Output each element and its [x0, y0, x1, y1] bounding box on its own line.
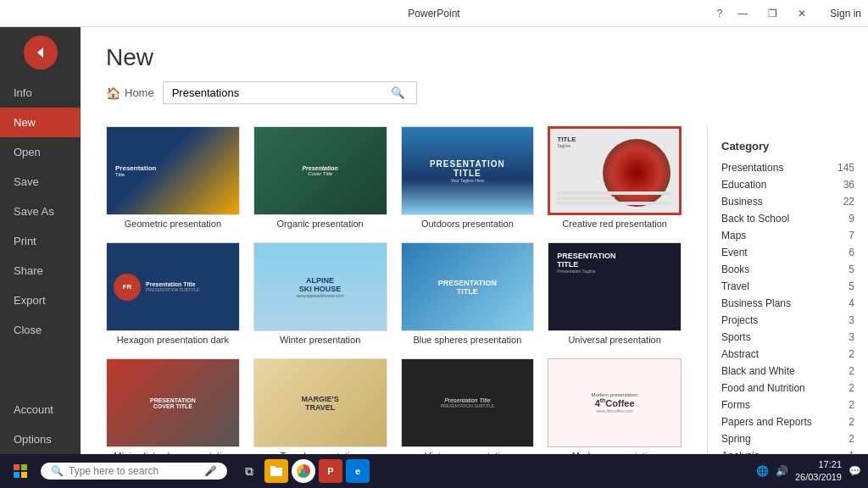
- sidebar-item-options[interactable]: Options: [0, 424, 81, 454]
- template-thumb-blue-spheres: PRESENTATION TITLE: [401, 242, 535, 331]
- sidebar-item-print[interactable]: Print: [0, 226, 81, 256]
- category-back-to-school[interactable]: Back to School 9: [708, 210, 868, 227]
- category-black-white[interactable]: Black and White 2: [708, 363, 868, 380]
- category-papers[interactable]: Papers and Reports 2: [708, 413, 868, 430]
- category-label: Business: [721, 196, 763, 208]
- category-presentations[interactable]: Presentations 145: [708, 159, 868, 176]
- template-travel[interactable]: MARGIE'S TRAVEL Travel presentation: [253, 358, 387, 454]
- category-event[interactable]: Event 6: [708, 244, 868, 261]
- clock: 17:21: [795, 458, 842, 471]
- template-hexagon[interactable]: FR Presentation Title PRESENTATION SUBTI…: [106, 242, 240, 345]
- category-abstract[interactable]: Abstract 2: [708, 346, 868, 363]
- search-input[interactable]: [164, 82, 384, 103]
- taskbar: 🔍 🎤 ⧉ P e 🌐 🔊 17:21 26/03/2019 💬: [0, 454, 868, 488]
- category-count: 2: [849, 382, 854, 394]
- taskbar-search[interactable]: 🔍 🎤: [41, 463, 227, 480]
- category-label: Sports: [721, 331, 751, 343]
- sidebar-item-share[interactable]: Share: [0, 256, 81, 286]
- file-explorer-button[interactable]: [264, 459, 288, 483]
- category-count: 2: [849, 365, 854, 377]
- content-area: New 🏠 Home 🔍: [81, 27, 868, 454]
- template-thumb-hexagon: FR Presentation Title PRESENTATION SUBTI…: [106, 242, 240, 331]
- category-label: Spring: [721, 433, 751, 445]
- category-business[interactable]: Business 22: [708, 193, 868, 210]
- template-minimalist[interactable]: PRESENTATION COVER TITLE Minimalist colo…: [106, 358, 240, 454]
- close-button[interactable]: ✕: [793, 8, 811, 19]
- template-creative-red[interactable]: TITLE Tagline Creative red present: [548, 126, 682, 229]
- template-thumb-winter: ALPINE SKI HOUSE www.alpineskihouse.com: [253, 242, 387, 331]
- template-thumb-geometric: Presentation Title: [106, 126, 240, 215]
- category-count: 2: [849, 416, 854, 428]
- category-count: 5: [849, 280, 854, 292]
- svg-rect-0: [14, 464, 19, 470]
- category-analysis[interactable]: Analysis 1: [708, 447, 868, 454]
- taskbar-search-input[interactable]: [69, 465, 199, 477]
- category-forms[interactable]: Forms 2: [708, 396, 868, 413]
- sidebar-item-account[interactable]: Account: [0, 395, 81, 424]
- edge-button[interactable]: e: [346, 459, 370, 483]
- category-education[interactable]: Education 36: [708, 176, 868, 193]
- sidebar-item-info[interactable]: Info: [0, 78, 81, 108]
- category-maps[interactable]: Maps 7: [708, 227, 868, 244]
- category-label: Education: [721, 179, 766, 191]
- category-count: 2: [849, 433, 854, 445]
- template-thumb-organic: Presentation Cover Title: [253, 126, 387, 215]
- category-label: Food and Nutrition: [721, 382, 805, 394]
- network-icon[interactable]: 🌐: [756, 465, 769, 477]
- category-business-plans[interactable]: Business Plans 4: [708, 295, 868, 312]
- task-view-button[interactable]: ⧉: [237, 459, 261, 483]
- category-label: Event: [721, 247, 748, 258]
- category-label: Back to School: [721, 213, 789, 225]
- sidebar-item-close[interactable]: Close: [0, 315, 81, 345]
- template-blue-spheres[interactable]: PRESENTATION TITLE Blue spheres presenta…: [401, 242, 535, 345]
- category-label: Presentations: [721, 162, 783, 174]
- help-button[interactable]: ?: [717, 8, 723, 19]
- home-label: Home: [125, 86, 154, 99]
- category-label: Books: [721, 263, 749, 275]
- category-label: Travel: [721, 280, 749, 292]
- category-food[interactable]: Food and Nutrition 2: [708, 380, 868, 396]
- notification-button[interactable]: 💬: [849, 465, 861, 477]
- category-travel[interactable]: Travel 5: [708, 278, 868, 295]
- category-projects[interactable]: Projects 3: [708, 312, 868, 329]
- back-button[interactable]: [24, 36, 58, 69]
- category-count: 6: [849, 247, 854, 258]
- template-modern[interactable]: Modern presentation 4thCoffee www.4thcof…: [548, 358, 682, 454]
- category-spring[interactable]: Spring 2: [708, 430, 868, 447]
- restore-button[interactable]: ❐: [763, 8, 782, 19]
- creative-lines: [550, 183, 679, 213]
- sidebar-item-save-as[interactable]: Save As: [0, 197, 81, 226]
- minimize-button[interactable]: —: [732, 8, 753, 19]
- category-count: 22: [843, 196, 854, 208]
- template-vintage[interactable]: Presentation Title PRESENTATION SUBTITLE…: [401, 358, 535, 454]
- template-winter[interactable]: ALPINE SKI HOUSE www.alpineskihouse.com …: [253, 242, 387, 345]
- title-bar-app: PowerPoint: [408, 8, 459, 19]
- sidebar-item-new[interactable]: New: [0, 108, 81, 137]
- sidebar-item-save[interactable]: Save: [0, 167, 81, 197]
- category-label: Black and White: [721, 365, 795, 377]
- sidebar-item-open[interactable]: Open: [0, 137, 81, 167]
- templates-scroll[interactable]: Presentation Title Geometric presentatio…: [81, 126, 707, 454]
- template-universal[interactable]: PRESENTATION TITLE Presentation Tagline …: [548, 242, 682, 345]
- home-link[interactable]: 🏠 Home: [106, 86, 154, 100]
- sidebar-item-export[interactable]: Export: [0, 286, 81, 315]
- template-thumb-minimalist: PRESENTATION COVER TITLE: [106, 358, 240, 447]
- template-geometric[interactable]: Presentation Title Geometric presentatio…: [106, 126, 240, 229]
- category-sports[interactable]: Sports 3: [708, 329, 868, 346]
- category-books[interactable]: Books 5: [708, 261, 868, 278]
- sidebar: Info New Open Save Save As Print Share E…: [0, 27, 81, 454]
- search-button[interactable]: 🔍: [384, 82, 412, 103]
- powerpoint-button[interactable]: P: [319, 459, 342, 483]
- chrome-button[interactable]: [292, 459, 315, 483]
- template-label-universal: Universal presentation: [548, 335, 682, 345]
- template-organic[interactable]: Presentation Cover Title Organic present…: [253, 126, 387, 229]
- taskbar-time: 17:21 26/03/2019: [795, 458, 842, 485]
- search-bar: 🏠 Home 🔍: [106, 81, 843, 104]
- template-outdoors[interactable]: PRESENTATION TITLE Your Tagline Here Out…: [401, 126, 535, 229]
- line-3: [557, 202, 672, 205]
- page-title: New: [106, 44, 843, 71]
- sign-in-button[interactable]: Sign in: [830, 8, 861, 19]
- volume-icon[interactable]: 🔊: [776, 465, 788, 477]
- template-label-blue-spheres: Blue spheres presentation: [401, 335, 535, 345]
- start-button[interactable]: [7, 458, 34, 485]
